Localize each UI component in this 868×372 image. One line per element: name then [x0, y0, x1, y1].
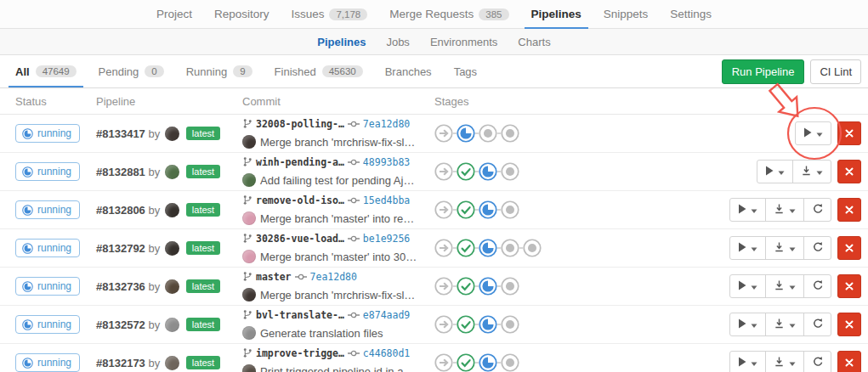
committer-avatar[interactable] — [242, 326, 256, 340]
stage-skipped-icon[interactable] — [434, 277, 453, 296]
nav-item-issues[interactable]: Issues 7,178 — [291, 0, 367, 28]
commit-sha-link[interactable]: 7ea12d80 — [363, 120, 410, 130]
retry-pipeline-button[interactable] — [803, 199, 831, 221]
tab-pending[interactable]: Pending 0 — [99, 55, 164, 87]
tab-finished[interactable]: Finished 45630 — [275, 55, 363, 87]
cancel-pipeline-button[interactable] — [837, 236, 861, 260]
tab-running[interactable]: Running 9 — [186, 55, 252, 87]
commit-sha-link[interactable]: 15ed4bba — [363, 196, 410, 206]
stage-skipped-icon[interactable] — [434, 239, 453, 257]
stage-created-icon[interactable] — [479, 124, 497, 143]
stage-running-icon[interactable] — [479, 239, 497, 257]
committer-avatar[interactable] — [242, 173, 256, 187]
retry-pipeline-button[interactable] — [803, 313, 831, 335]
tab-all[interactable]: All 47649 — [15, 55, 77, 87]
status-badge[interactable]: running — [15, 162, 80, 181]
commit-sha-link[interactable]: be1e9256 — [363, 234, 410, 245]
commit-message-link[interactable]: Generate translation files — [260, 328, 383, 339]
branch-link[interactable]: master — [256, 273, 292, 283]
user-avatar[interactable] — [165, 356, 179, 370]
stage-created-icon[interactable] — [501, 124, 519, 143]
stage-success-icon[interactable] — [457, 315, 475, 334]
play-dropdown-button[interactable] — [730, 237, 765, 259]
committer-avatar[interactable] — [242, 288, 256, 302]
stage-created-icon[interactable] — [501, 200, 519, 219]
pipeline-id-link[interactable]: #8132736 — [96, 280, 145, 293]
commit-message-link[interactable]: Add failing test for pending Aj… — [260, 175, 414, 186]
committer-avatar[interactable] — [242, 364, 256, 372]
committer-avatar[interactable] — [242, 135, 256, 149]
cancel-pipeline-button[interactable] — [837, 313, 861, 336]
branch-link[interactable]: 32008-polling-… — [256, 120, 344, 130]
branch-link[interactable]: remove-old-iso… — [256, 196, 344, 206]
download-artifacts-dropdown-button[interactable] — [765, 237, 803, 259]
play-dropdown-button[interactable] — [730, 199, 765, 221]
download-artifacts-dropdown-button[interactable] — [792, 161, 831, 183]
status-badge[interactable]: running — [15, 239, 80, 257]
stage-running-icon[interactable] — [479, 162, 497, 181]
stage-running-icon[interactable] — [457, 124, 475, 143]
stage-created-icon[interactable] — [501, 239, 519, 257]
nav-item-repository[interactable]: Repository — [214, 0, 269, 28]
committer-avatar[interactable] — [242, 211, 256, 225]
user-avatar[interactable] — [165, 165, 179, 179]
stage-created-icon[interactable] — [501, 315, 519, 334]
nav-item-settings[interactable]: Settings — [670, 0, 712, 28]
stage-skipped-icon[interactable] — [434, 315, 453, 334]
stage-created-icon[interactable] — [501, 277, 519, 296]
cancel-pipeline-button[interactable] — [837, 351, 861, 372]
pipeline-id-link[interactable]: #8132806 — [96, 204, 145, 217]
branch-link[interactable]: improve-trigge… — [256, 349, 344, 359]
nav-item-merge-requests[interactable]: Merge Requests 385 — [389, 0, 508, 28]
tab-branches[interactable]: Branches — [385, 55, 432, 87]
cancel-pipeline-button[interactable] — [837, 198, 861, 222]
stage-created-icon[interactable] — [501, 162, 519, 181]
user-avatar[interactable] — [165, 279, 179, 294]
pipeline-id-link[interactable]: #8132792 — [96, 242, 145, 255]
commit-sha-link[interactable]: 48993b83 — [363, 158, 410, 168]
commit-message-link[interactable]: Merge branch 'mrchrisw-fix-sl… — [260, 290, 415, 301]
nav-item-charts[interactable]: Charts — [518, 36, 550, 48]
stage-success-icon[interactable] — [457, 239, 475, 257]
stage-running-icon[interactable] — [479, 315, 497, 334]
play-dropdown-button[interactable] — [796, 122, 831, 144]
run-pipeline-button[interactable]: Run Pipeline — [722, 59, 805, 84]
nav-item-snippets[interactable]: Snippets — [604, 0, 649, 28]
commit-sha-link[interactable]: e874aad9 — [363, 311, 410, 321]
commit-message-link[interactable]: Merge branch 'mrchrisw-fix-sl… — [260, 137, 415, 148]
stage-skipped-icon[interactable] — [434, 124, 453, 143]
retry-pipeline-button[interactable] — [803, 237, 831, 259]
stage-created-icon[interactable] — [501, 353, 519, 372]
cancel-pipeline-button[interactable] — [837, 121, 861, 145]
status-badge[interactable]: running — [15, 277, 80, 296]
user-avatar[interactable] — [165, 203, 179, 217]
pipeline-id-link[interactable]: #8132173 — [96, 357, 145, 369]
download-artifacts-dropdown-button[interactable] — [765, 352, 803, 372]
nav-item-pipelines[interactable]: Pipelines — [317, 36, 366, 48]
pipeline-id-link[interactable]: #8132881 — [96, 166, 145, 178]
commit-sha-link[interactable]: c44680d1 — [363, 349, 410, 359]
user-avatar[interactable] — [165, 318, 179, 332]
download-artifacts-dropdown-button[interactable] — [765, 275, 803, 297]
tab-tags[interactable]: Tags — [454, 55, 477, 87]
stage-success-icon[interactable] — [457, 353, 475, 372]
user-avatar[interactable] — [165, 127, 179, 141]
play-dropdown-button[interactable] — [730, 313, 765, 335]
stage-running-icon[interactable] — [479, 200, 497, 219]
status-badge[interactable]: running — [15, 200, 80, 219]
status-badge[interactable]: running — [15, 315, 80, 334]
cancel-pipeline-button[interactable] — [837, 160, 861, 183]
stage-created-icon[interactable] — [523, 239, 542, 257]
stage-running-icon[interactable] — [479, 277, 497, 296]
branch-link[interactable]: bvl-translate-… — [256, 311, 344, 321]
status-badge[interactable]: running — [15, 353, 80, 372]
retry-pipeline-button[interactable] — [803, 352, 831, 372]
cancel-pipeline-button[interactable] — [837, 274, 861, 298]
nav-item-project[interactable]: Project — [156, 0, 192, 28]
stage-running-icon[interactable] — [479, 353, 497, 372]
commit-message-link[interactable]: Print triggered pipeline id in a… — [260, 366, 414, 372]
committer-avatar[interactable] — [242, 250, 256, 263]
stage-success-icon[interactable] — [457, 277, 475, 296]
stage-success-icon[interactable] — [457, 162, 475, 181]
play-dropdown-button[interactable] — [730, 352, 765, 372]
